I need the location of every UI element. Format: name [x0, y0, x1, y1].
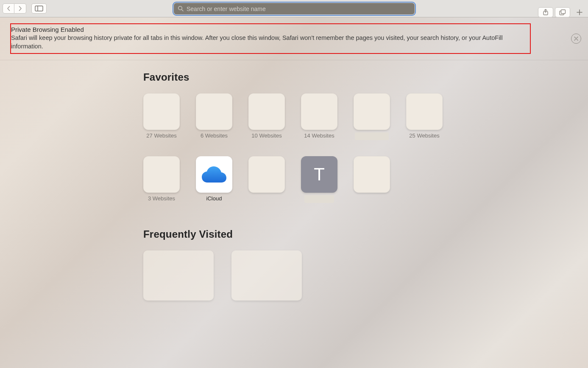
favorite-label: 27 Websites [146, 132, 176, 140]
svg-rect-6 [561, 10, 566, 14]
favorite-label: 14 Websites [304, 132, 334, 140]
favorite-tile[interactable]: 10 Websites [248, 93, 285, 140]
address-input[interactable] [174, 3, 415, 14]
start-page: Favorites 27 Websites6 Websites10 Websit… [0, 60, 588, 301]
favorite-tile[interactable]: 15 Websites [354, 93, 390, 140]
plus-icon [577, 9, 582, 15]
favorite-thumb [196, 156, 232, 193]
favorite-tile[interactable]: 25 Websites [406, 93, 443, 140]
favorite-tile[interactable]: 3 Websites [143, 156, 180, 203]
favorite-tile[interactable]: 6 Websites [196, 93, 232, 140]
favorite-thumb [143, 156, 180, 193]
toolbar [0, 0, 588, 17]
favorite-thumb [143, 93, 180, 130]
favorite-thumb [248, 93, 285, 130]
chevron-left-icon [7, 6, 11, 11]
favorite-label: 6 Websites [201, 132, 228, 140]
tabs-overview-button[interactable] [555, 7, 570, 17]
tabs-icon [559, 9, 566, 15]
favorite-label [304, 195, 334, 203]
frequent-tile[interactable] [231, 250, 302, 301]
share-icon [543, 9, 549, 16]
favorite-thumb [354, 93, 390, 130]
banner-title: Private Browsing Enabled [11, 26, 527, 33]
share-button[interactable] [538, 7, 553, 17]
search-icon [178, 6, 184, 11]
address-bar-container [174, 3, 415, 14]
favorite-thumb [301, 93, 337, 130]
frequently-visited-heading: Frequently Visited [143, 228, 588, 240]
favorite-tile[interactable]: 14 Websites [301, 93, 337, 140]
favorite-label: 3 Websites [148, 195, 175, 203]
favorite-label: 15 Websites [355, 132, 388, 140]
favorite-label: iCloud [206, 195, 222, 203]
icloud-icon [202, 166, 226, 183]
svg-rect-0 [35, 6, 43, 11]
favorite-label: 10 Websites [251, 132, 281, 140]
forward-button[interactable] [14, 3, 26, 14]
banner-highlight: Private Browsing Enabled Safari will kee… [10, 23, 531, 54]
favorite-tile[interactable]: T [301, 156, 337, 203]
favorite-label: 25 Websites [409, 132, 439, 140]
frequent-tile[interactable] [143, 250, 214, 301]
nav-buttons [3, 3, 26, 14]
favorite-thumb [248, 156, 285, 193]
favorite-thumb [354, 156, 390, 193]
favorites-heading: Favorites [143, 71, 588, 83]
close-icon [574, 37, 578, 41]
sidebar-toggle-button[interactable] [31, 3, 47, 14]
sidebar-icon [35, 6, 43, 11]
chevron-right-icon [18, 6, 22, 11]
favorite-thumb [406, 93, 443, 130]
favorite-tile[interactable]: 27 Websites [143, 93, 180, 140]
favorite-thumb: T [301, 156, 337, 193]
svg-line-3 [182, 10, 184, 11]
favorite-tile[interactable]: . [248, 156, 285, 203]
favorite-tile[interactable]: . [354, 156, 390, 203]
back-button[interactable] [3, 3, 14, 14]
private-browsing-banner: Private Browsing Enabled Safari will kee… [0, 17, 588, 60]
favorites-grid: 27 Websites6 Websites10 Websites14 Websi… [143, 93, 474, 203]
favorite-tile[interactable]: iCloud [196, 156, 232, 203]
banner-body: Safari will keep your browsing history p… [11, 34, 527, 51]
frequently-visited-row [143, 250, 588, 301]
banner-close-button[interactable] [571, 34, 581, 44]
favorite-thumb [196, 93, 232, 130]
